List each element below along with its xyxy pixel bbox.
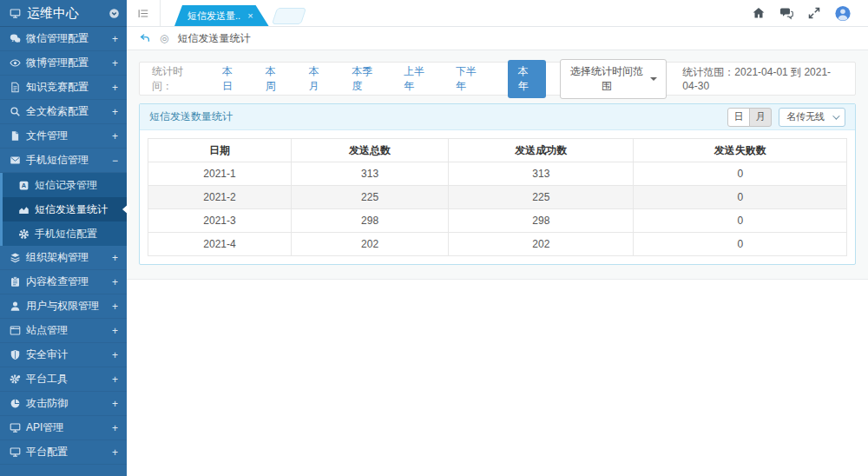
sidebar-item-label: 微博管理配置 [26, 56, 89, 70]
tab-label: 短信发送量.. [187, 10, 240, 23]
expander-icon[interactable]: + [112, 446, 118, 459]
sidebar-subitem[interactable]: 手机短信配置 [3, 221, 127, 246]
expander-icon[interactable]: + [112, 106, 118, 118]
search-icon [9, 106, 21, 118]
stats-panel: 短信发送数量统计 日 月 名传无线 [139, 103, 856, 265]
table-cell: 0 [634, 233, 847, 256]
page-title: 短信发送量统计 [177, 31, 250, 46]
filter-options: 本日本周本月本季度上半年下半年本年 [222, 60, 560, 98]
tab-close-icon[interactable]: × [247, 10, 253, 21]
sidebar-item[interactable]: 知识竞赛配置+ [0, 76, 127, 100]
menu-fold-icon[interactable] [137, 7, 149, 19]
select-range-button[interactable]: 选择统计时间范围 [560, 59, 667, 99]
wechat-icon [9, 33, 21, 45]
sidebar-item-label: API管理 [26, 420, 63, 435]
expander-icon[interactable]: + [112, 33, 118, 45]
table-row: 2021-13133130 [148, 162, 847, 186]
day-toggle-button[interactable]: 日 [727, 108, 750, 127]
table-body: 2021-131331302021-222522502021-329829802… [148, 162, 847, 256]
filter-option[interactable]: 本周 [266, 64, 283, 94]
table-header-cell: 发送成功数 [449, 139, 634, 162]
back-arrow-icon[interactable] [139, 32, 151, 44]
app-title: 运维中心 [27, 5, 79, 22]
sidebar-item-label: 内容检查管理 [26, 274, 89, 289]
filter-option[interactable]: 本日 [222, 64, 240, 94]
comments-icon[interactable] [779, 5, 793, 21]
table-header-row: 日期发送总数发送成功数发送失败数 [148, 139, 847, 162]
expander-icon[interactable]: + [112, 276, 118, 288]
expand-icon[interactable] [807, 5, 821, 21]
expander-icon[interactable]: + [112, 325, 118, 337]
sidebar: 运维中心 微信管理配置+微博管理配置+知识竞赛配置+全文检索配置+文件管理+手机… [0, 0, 127, 476]
table-row: 2021-32982980 [148, 209, 847, 233]
expander-icon[interactable]: + [112, 130, 118, 142]
table-row: 2021-42022020 [148, 233, 847, 256]
eye-icon: ◎ [160, 32, 168, 44]
channel-select-value: 名传无线 [786, 110, 825, 123]
sidebar-submenu: A短信记录管理短信发送量统计手机短信配置 [0, 173, 127, 246]
browser-icon [9, 325, 21, 337]
sidebar-item[interactable]: 手机短信管理− [0, 149, 127, 173]
panel-header: 短信发送数量统计 日 月 名传无线 [140, 104, 855, 130]
filter-option[interactable]: 本月 [309, 64, 326, 94]
active-indicator [122, 203, 129, 215]
user-avatar[interactable] [835, 5, 851, 21]
sidebar-item-label: 全文检索配置 [26, 104, 89, 119]
sidebar-item[interactable]: 攻击防御+ [0, 392, 127, 416]
sidebar-item[interactable]: 文件管理+ [0, 124, 127, 149]
sidebar-item[interactable]: 内容检查管理+ [0, 270, 127, 294]
sidebar-subitem[interactable]: 短信发送量统计 [3, 197, 127, 221]
expander-icon[interactable]: + [112, 422, 118, 434]
filter-option[interactable]: 下半年 [456, 64, 482, 94]
filter-option[interactable]: 本季度 [352, 64, 378, 94]
panel-body: 日期发送总数发送成功数发送失败数 2021-131331302021-22252… [140, 130, 855, 264]
sidebar-item[interactable]: 平台工具+ [0, 367, 127, 392]
table-header-cell: 发送总数 [292, 139, 449, 162]
sidebar-item-label: 知识竞赛配置 [26, 80, 89, 95]
month-toggle-button[interactable]: 月 [749, 108, 772, 127]
sidebar-item-label: 平台工具 [26, 372, 68, 387]
table-cell: 2021-4 [148, 233, 292, 256]
sidebar-item-label: 组织架构管理 [26, 250, 89, 265]
home-icon[interactable] [752, 5, 766, 21]
sidebar-item[interactable]: 组织架构管理+ [0, 246, 127, 270]
sidebar-item[interactable]: 微博管理配置+ [0, 51, 127, 76]
chevron-circle-down-icon[interactable] [108, 7, 120, 19]
sidebar-subitem[interactable]: A短信记录管理 [3, 173, 127, 197]
tab-sms-volume[interactable]: 短信发送量.. × [174, 5, 269, 26]
chevron-down-icon [832, 112, 839, 119]
gear-icon [17, 228, 30, 240]
sidebar-item[interactable]: 全文检索配置+ [0, 100, 127, 124]
table-cell: 202 [449, 233, 634, 256]
expander-icon[interactable]: + [112, 82, 118, 94]
main-area: 短信发送量.. × ◎ 短信发送量统计 统计时间： 本日本周本月本季度上半年下半… [127, 0, 868, 476]
sidebar-item[interactable]: 平台配置+ [0, 440, 127, 465]
gears-icon [9, 374, 21, 386]
table-row: 2021-22252250 [148, 186, 847, 209]
expander-icon[interactable]: + [112, 374, 118, 386]
expander-icon[interactable]: + [112, 301, 118, 313]
expander-icon[interactable]: + [112, 252, 118, 264]
expander-icon[interactable]: − [112, 155, 118, 167]
day-month-toggle: 日 月 [727, 108, 772, 127]
expander-icon[interactable]: + [112, 349, 118, 361]
filter-option[interactable]: 上半年 [404, 64, 430, 94]
sidebar-item[interactable]: 站点管理+ [0, 319, 127, 343]
sidebar-item[interactable]: 用户与权限管理+ [0, 294, 127, 319]
sidebar-item-label: 文件管理 [26, 129, 68, 143]
sidebar-nav: 微信管理配置+微博管理配置+知识竞赛配置+全文检索配置+文件管理+手机短信管理−… [0, 27, 127, 465]
globe-icon [9, 398, 21, 410]
monitor-icon [9, 422, 21, 434]
expander-icon[interactable]: + [112, 398, 118, 410]
table-header-cell: 日期 [148, 139, 292, 162]
table-cell: 0 [634, 209, 847, 233]
table-cell: 298 [449, 209, 634, 233]
sidebar-item[interactable]: 微信管理配置+ [0, 27, 127, 51]
sidebar-item[interactable]: 安全审计+ [0, 343, 127, 367]
filter-option[interactable]: 本年 [508, 60, 546, 98]
sidebar-item-label: 微信管理配置 [26, 31, 89, 46]
channel-select[interactable]: 名传无线 [779, 108, 845, 127]
expander-icon[interactable]: + [112, 57, 118, 69]
sidebar-item[interactable]: API管理+ [0, 416, 127, 440]
sidebar-subitem-label: 短信发送量统计 [35, 202, 108, 217]
